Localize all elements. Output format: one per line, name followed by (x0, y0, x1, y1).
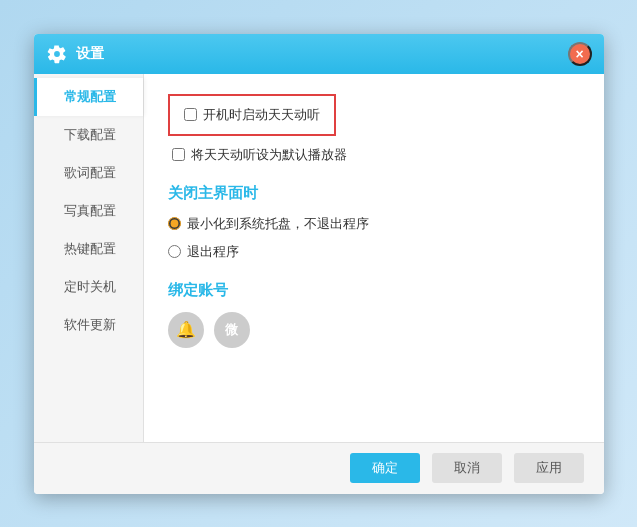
default-player-label: 将天天动听设为默认播放器 (191, 146, 347, 164)
radio-minimize-row[interactable]: 最小化到系统托盘，不退出程序 (168, 215, 580, 233)
radio-minimize[interactable] (168, 217, 181, 230)
cancel-button[interactable]: 取消 (432, 453, 502, 483)
sidebar-label-album: 写真配置 (64, 203, 116, 218)
sidebar: 常规配置 下载配置 歌词配置 写真配置 热键配置 定时关机 软件更新 (34, 74, 144, 442)
footer: 确定 取消 应用 (34, 442, 604, 494)
radio-group: 最小化到系统托盘，不退出程序 退出程序 (168, 215, 580, 261)
startup-checkbox-group: 开机时启动天天动听 (168, 94, 336, 136)
radio-exit-label: 退出程序 (187, 243, 239, 261)
apply-button[interactable]: 应用 (514, 453, 584, 483)
bind-section-title: 绑定账号 (168, 281, 580, 300)
sidebar-item-album[interactable]: 写真配置 (34, 192, 143, 230)
startup-label: 开机时启动天天动听 (203, 106, 320, 124)
close-button[interactable]: × (568, 42, 592, 66)
startup-section: 开机时启动天天动听 将天天动听设为默认播放器 (168, 94, 580, 164)
content-area: 开机时启动天天动听 将天天动听设为默认播放器 关闭主界面时 最小化到系统托盘，不… (144, 74, 604, 442)
radio-exit-row[interactable]: 退出程序 (168, 243, 580, 261)
startup-checkbox[interactable] (184, 108, 197, 121)
dialog-title: 设置 (76, 45, 104, 63)
close-section-title: 关闭主界面时 (168, 184, 580, 203)
sidebar-item-update[interactable]: 软件更新 (34, 306, 143, 344)
bind-section: 绑定账号 🔔 微 (168, 281, 580, 348)
default-player-checkbox[interactable] (172, 148, 185, 161)
sidebar-item-download[interactable]: 下载配置 (34, 116, 143, 154)
bind-icons: 🔔 微 (168, 312, 580, 348)
sidebar-label-download: 下载配置 (64, 127, 116, 142)
close-section: 关闭主界面时 最小化到系统托盘，不退出程序 退出程序 (168, 184, 580, 261)
sidebar-label-lyrics: 歌词配置 (64, 165, 116, 180)
weibo-icon[interactable]: 微 (214, 312, 250, 348)
sidebar-label-update: 软件更新 (64, 317, 116, 332)
dialog-body: 常规配置 下载配置 歌词配置 写真配置 热键配置 定时关机 软件更新 (34, 74, 604, 442)
sidebar-item-general[interactable]: 常规配置 (34, 78, 143, 116)
sidebar-label-hotkey: 热键配置 (64, 241, 116, 256)
radio-minimize-label: 最小化到系统托盘，不退出程序 (187, 215, 369, 233)
default-player-row[interactable]: 将天天动听设为默认播放器 (168, 146, 580, 164)
sidebar-label-general: 常规配置 (64, 89, 116, 104)
radio-exit[interactable] (168, 245, 181, 258)
gear-icon (46, 43, 68, 65)
sidebar-item-lyrics[interactable]: 歌词配置 (34, 154, 143, 192)
settings-dialog: 设置 × 常规配置 下载配置 歌词配置 写真配置 热键配置 定时关机 (34, 34, 604, 494)
qq-icon[interactable]: 🔔 (168, 312, 204, 348)
sidebar-item-timer[interactable]: 定时关机 (34, 268, 143, 306)
sidebar-label-timer: 定时关机 (64, 279, 116, 294)
confirm-button[interactable]: 确定 (350, 453, 420, 483)
sidebar-item-hotkey[interactable]: 热键配置 (34, 230, 143, 268)
title-bar: 设置 × (34, 34, 604, 74)
startup-checkbox-row[interactable]: 开机时启动天天动听 (184, 106, 320, 124)
